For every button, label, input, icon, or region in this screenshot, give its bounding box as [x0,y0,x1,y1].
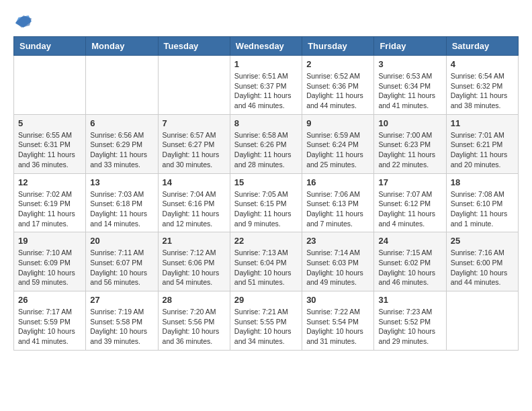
day-number: 23 [306,236,369,246]
day-number: 3 [378,59,441,69]
calendar-day-cell: 18Sunrise: 7:08 AM Sunset: 6:10 PM Dayli… [446,173,518,232]
day-info: Sunrise: 7:01 AM Sunset: 6:21 PM Dayligh… [451,130,514,170]
logo-icon [13,13,34,30]
calendar-day-cell: 30Sunrise: 7:22 AM Sunset: 5:54 PM Dayli… [302,291,374,351]
day-info: Sunrise: 7:14 AM Sunset: 6:03 PM Dayligh… [306,248,369,287]
calendar-day-cell [158,56,230,115]
calendar-day-cell: 13Sunrise: 7:03 AM Sunset: 6:18 PM Dayli… [86,173,158,232]
day-number: 28 [163,295,226,305]
day-number: 27 [90,295,153,305]
day-info: Sunrise: 7:15 AM Sunset: 6:02 PM Dayligh… [378,248,441,287]
day-info: Sunrise: 6:53 AM Sunset: 6:34 PM Dayligh… [378,71,441,111]
calendar-week-row: 26Sunrise: 7:17 AM Sunset: 5:59 PM Dayli… [14,291,519,351]
day-number: 19 [18,236,81,246]
calendar-day-cell: 19Sunrise: 7:10 AM Sunset: 6:09 PM Dayli… [14,232,86,291]
day-number: 8 [234,118,298,128]
day-info: Sunrise: 7:16 AM Sunset: 6:00 PM Dayligh… [451,248,514,287]
day-info: Sunrise: 7:20 AM Sunset: 5:56 PM Dayligh… [163,307,226,347]
calendar-table: SundayMondayTuesdayWednesdayThursdayFrid… [13,36,519,351]
day-info: Sunrise: 7:08 AM Sunset: 6:10 PM Dayligh… [451,189,514,229]
calendar-week-row: 12Sunrise: 7:02 AM Sunset: 6:19 PM Dayli… [14,173,519,232]
day-info: Sunrise: 6:58 AM Sunset: 6:26 PM Dayligh… [234,130,298,170]
calendar-day-cell: 15Sunrise: 7:05 AM Sunset: 6:15 PM Dayli… [230,173,302,232]
calendar-day-cell: 25Sunrise: 7:16 AM Sunset: 6:00 PM Dayli… [446,232,518,291]
calendar-day-cell: 3Sunrise: 6:53 AM Sunset: 6:34 PM Daylig… [374,56,446,115]
calendar-week-row: 1Sunrise: 6:51 AM Sunset: 6:37 PM Daylig… [14,56,519,115]
calendar-day-cell: 31Sunrise: 7:23 AM Sunset: 5:52 PM Dayli… [374,291,446,351]
day-number: 16 [306,177,369,187]
day-info: Sunrise: 6:52 AM Sunset: 6:36 PM Dayligh… [306,71,369,111]
day-info: Sunrise: 7:04 AM Sunset: 6:16 PM Dayligh… [163,189,226,229]
calendar-day-cell: 14Sunrise: 7:04 AM Sunset: 6:16 PM Dayli… [158,173,230,232]
day-info: Sunrise: 7:12 AM Sunset: 6:06 PM Dayligh… [163,248,226,287]
day-number: 22 [234,236,298,246]
day-number: 1 [234,59,298,69]
day-info: Sunrise: 7:22 AM Sunset: 5:54 PM Dayligh… [306,307,369,347]
day-number: 15 [234,177,298,187]
day-number: 9 [306,118,369,128]
day-info: Sunrise: 6:54 AM Sunset: 6:32 PM Dayligh… [451,71,514,111]
day-info: Sunrise: 6:59 AM Sunset: 6:24 PM Dayligh… [306,130,369,170]
day-number: 31 [378,295,441,305]
day-number: 26 [18,295,81,305]
day-number: 25 [451,236,514,246]
day-info: Sunrise: 7:23 AM Sunset: 5:52 PM Dayligh… [378,307,441,347]
day-of-week-header: Wednesday [230,37,302,56]
day-info: Sunrise: 7:19 AM Sunset: 5:58 PM Dayligh… [90,307,153,347]
day-number: 5 [18,118,81,128]
calendar-day-cell: 21Sunrise: 7:12 AM Sunset: 6:06 PM Dayli… [158,232,230,291]
day-of-week-header: Sunday [14,37,86,56]
day-info: Sunrise: 7:02 AM Sunset: 6:19 PM Dayligh… [18,189,81,229]
calendar-day-cell: 7Sunrise: 6:57 AM Sunset: 6:27 PM Daylig… [158,114,230,173]
calendar-day-cell [86,56,158,115]
calendar-day-cell: 23Sunrise: 7:14 AM Sunset: 6:03 PM Dayli… [302,232,374,291]
calendar-day-cell: 11Sunrise: 7:01 AM Sunset: 6:21 PM Dayli… [446,114,518,173]
day-number: 18 [451,177,514,187]
day-info: Sunrise: 6:55 AM Sunset: 6:31 PM Dayligh… [18,130,81,170]
day-number: 30 [306,295,369,305]
day-info: Sunrise: 7:10 AM Sunset: 6:09 PM Dayligh… [18,248,81,287]
day-of-week-header: Thursday [302,37,374,56]
day-info: Sunrise: 7:05 AM Sunset: 6:15 PM Dayligh… [234,189,298,229]
calendar-day-cell: 17Sunrise: 7:07 AM Sunset: 6:12 PM Dayli… [374,173,446,232]
calendar-day-cell [14,56,86,115]
calendar-header-row: SundayMondayTuesdayWednesdayThursdayFrid… [14,37,519,56]
calendar-day-cell: 26Sunrise: 7:17 AM Sunset: 5:59 PM Dayli… [14,291,86,351]
day-of-week-header: Saturday [446,37,518,56]
day-of-week-header: Tuesday [158,37,230,56]
day-number: 7 [163,118,226,128]
day-info: Sunrise: 7:11 AM Sunset: 6:07 PM Dayligh… [90,248,153,287]
calendar-day-cell [446,291,518,351]
day-number: 12 [18,177,81,187]
calendar-day-cell: 12Sunrise: 7:02 AM Sunset: 6:19 PM Dayli… [14,173,86,232]
calendar-week-row: 5Sunrise: 6:55 AM Sunset: 6:31 PM Daylig… [14,114,519,173]
day-number: 29 [234,295,298,305]
day-info: Sunrise: 7:00 AM Sunset: 6:23 PM Dayligh… [378,130,441,170]
calendar-day-cell: 4Sunrise: 6:54 AM Sunset: 6:32 PM Daylig… [446,56,518,115]
day-number: 24 [378,236,441,246]
calendar-day-cell: 10Sunrise: 7:00 AM Sunset: 6:23 PM Dayli… [374,114,446,173]
calendar-day-cell: 6Sunrise: 6:56 AM Sunset: 6:29 PM Daylig… [86,114,158,173]
day-info: Sunrise: 6:51 AM Sunset: 6:37 PM Dayligh… [234,71,298,111]
day-number: 6 [90,118,153,128]
page-header [13,13,519,30]
calendar-day-cell: 8Sunrise: 6:58 AM Sunset: 6:26 PM Daylig… [230,114,302,173]
calendar-day-cell: 5Sunrise: 6:55 AM Sunset: 6:31 PM Daylig… [14,114,86,173]
day-number: 21 [163,236,226,246]
calendar-day-cell: 20Sunrise: 7:11 AM Sunset: 6:07 PM Dayli… [86,232,158,291]
day-info: Sunrise: 7:03 AM Sunset: 6:18 PM Dayligh… [90,189,153,229]
day-of-week-header: Friday [374,37,446,56]
logo [13,13,36,30]
day-of-week-header: Monday [86,37,158,56]
day-number: 20 [90,236,153,246]
day-number: 11 [451,118,514,128]
calendar-day-cell: 28Sunrise: 7:20 AM Sunset: 5:56 PM Dayli… [158,291,230,351]
calendar-day-cell: 29Sunrise: 7:21 AM Sunset: 5:55 PM Dayli… [230,291,302,351]
day-info: Sunrise: 7:17 AM Sunset: 5:59 PM Dayligh… [18,307,81,347]
day-info: Sunrise: 7:21 AM Sunset: 5:55 PM Dayligh… [234,307,298,347]
calendar-day-cell: 16Sunrise: 7:06 AM Sunset: 6:13 PM Dayli… [302,173,374,232]
day-number: 2 [306,59,369,69]
calendar-day-cell: 1Sunrise: 6:51 AM Sunset: 6:37 PM Daylig… [230,56,302,115]
day-number: 4 [451,59,514,69]
day-number: 10 [378,118,441,128]
